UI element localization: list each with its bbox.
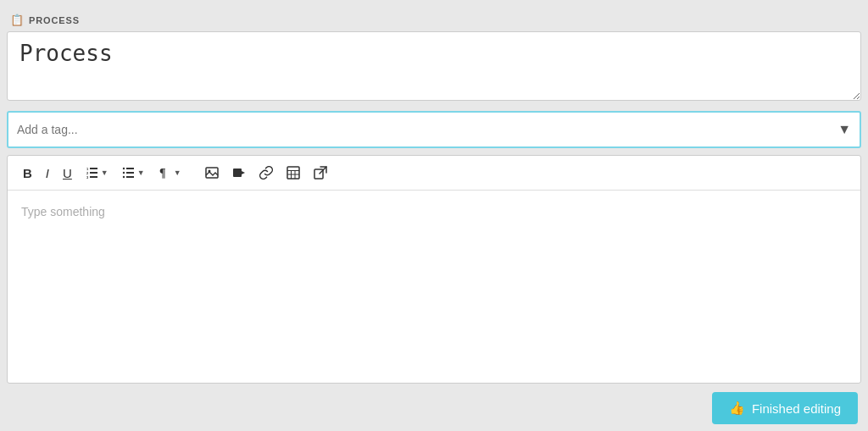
ordered-list-button[interactable]: 1 2 3 ▼ — [81, 163, 114, 183]
svg-point-11 — [123, 176, 125, 178]
link-button[interactable] — [254, 163, 278, 183]
page-wrapper: 📋 PROCESS Process ▼ B I U 1 — [0, 0, 868, 431]
tag-input[interactable] — [17, 123, 837, 136]
svg-marker-16 — [242, 171, 245, 174]
video-icon — [232, 166, 246, 180]
svg-text:¶: ¶ — [159, 167, 166, 180]
external-link-icon — [314, 166, 327, 180]
editor-container: B I U 1 2 3 ▼ — [7, 155, 861, 384]
clipboard-icon: 📋 — [10, 14, 24, 26]
video-button[interactable] — [227, 163, 251, 183]
italic-button[interactable]: I — [41, 163, 54, 183]
paragraph-button[interactable]: ¶ ▼ — [153, 163, 186, 183]
svg-rect-7 — [126, 172, 134, 174]
section-title: PROCESS — [29, 15, 80, 25]
editor-placeholder: Type something — [21, 205, 105, 218]
title-input[interactable]: Process — [7, 31, 861, 101]
svg-point-10 — [123, 172, 125, 174]
external-link-button[interactable] — [309, 163, 332, 183]
thumbs-up-icon: 👍 — [729, 401, 745, 416]
svg-rect-17 — [287, 167, 299, 179]
link-icon — [259, 166, 273, 180]
image-icon — [205, 166, 219, 180]
unordered-list-button[interactable]: ▼ — [117, 163, 150, 183]
svg-point-9 — [123, 168, 125, 169]
tag-chevron-icon[interactable]: ▼ — [837, 122, 851, 137]
svg-rect-2 — [90, 176, 97, 178]
editor-body[interactable]: Type something — [8, 191, 860, 377]
svg-rect-1 — [90, 172, 97, 174]
underline-button[interactable]: U — [58, 163, 77, 183]
ordered-list-icon: 1 2 3 — [86, 166, 99, 180]
finished-editing-label: Finished editing — [752, 401, 841, 416]
table-button[interactable] — [281, 163, 305, 183]
unordered-list-icon — [122, 166, 136, 180]
finished-editing-button[interactable]: 👍 Finished editing — [712, 392, 858, 424]
svg-rect-6 — [126, 168, 134, 169]
svg-text:3: 3 — [86, 175, 89, 180]
bottom-bar: 👍 Finished editing — [7, 384, 861, 424]
bold-button[interactable]: B — [18, 163, 37, 183]
image-button[interactable] — [200, 163, 224, 183]
toolbar: B I U 1 2 3 ▼ — [8, 156, 860, 191]
svg-rect-15 — [233, 169, 242, 177]
svg-rect-8 — [126, 176, 134, 178]
section-header: 📋 PROCESS — [7, 14, 861, 26]
paragraph-icon: ¶ — [159, 166, 172, 180]
table-icon — [287, 166, 300, 180]
tag-container: ▼ — [7, 111, 861, 148]
svg-rect-0 — [90, 168, 97, 169]
